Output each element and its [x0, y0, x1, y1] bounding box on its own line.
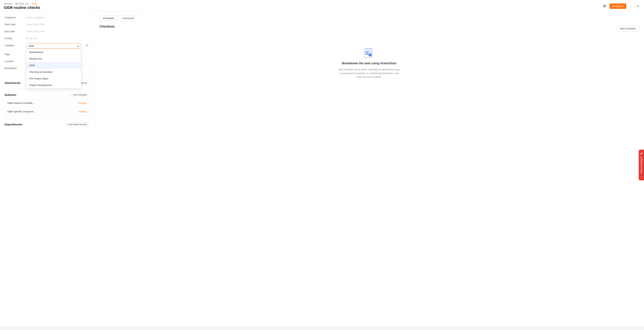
breadcrumb-sep1: › — [14, 2, 14, 5]
svg-rect-10 — [365, 52, 368, 53]
svg-rect-9 — [365, 51, 370, 52]
attachments-title: Attachments — [4, 82, 20, 84]
breadcrumb-current[interactable]: Task — [32, 2, 36, 5]
subtask-name-2: O&M Specific Compone... — [7, 110, 36, 113]
priority-icon: ⚑ — [26, 37, 28, 40]
empty-state: Breakdown the task using #checklists Add… — [100, 47, 639, 79]
field-category: Category O&M ▲ Maintenance Module Hot O&… — [4, 43, 90, 49]
svg-point-2 — [631, 5, 631, 5]
tabs-bar: Checklists Comments — [100, 15, 639, 21]
field-due-date: Due Date Select Due Date — [4, 29, 90, 33]
checklists-section-title: Checklists — [100, 25, 114, 28]
breadcrumb-parent[interactable]: B3_R15_T3 — [15, 2, 28, 5]
subtask-list: O&M General Checklis... Pending O&M Spec… — [4, 100, 90, 115]
close-button[interactable] — [636, 4, 640, 8]
subtasks-header: Subtasks + Add Subtasks — [4, 92, 90, 97]
tab-comments[interactable]: Comments — [118, 15, 138, 21]
subtask-status-1: Pending — [78, 102, 87, 104]
add-dependencies-button[interactable]: + Add Dependencies — [64, 122, 90, 127]
svg-point-4 — [631, 7, 631, 7]
subtask-name-1: O&M General Checklis... — [7, 102, 34, 104]
start-date-label: Start Date — [4, 22, 24, 26]
divider-2 — [4, 89, 90, 89]
dropdown-item-planning[interactable]: Planning & Execution — [26, 69, 81, 75]
assignees-value[interactable]: Select assignees — [26, 15, 90, 19]
field-assignees: Assignees Select assignees — [4, 15, 90, 19]
tags-label: Tags — [4, 52, 24, 56]
subtask-item-2[interactable]: O&M Specific Compone... Pending — [4, 108, 90, 115]
dropdown-item-module-hot[interactable]: Module Hot — [26, 56, 81, 62]
left-panel: Assignees Select assignees Start Date Se… — [0, 12, 94, 326]
main-layout: Assignees Select assignees Start Date Se… — [0, 12, 644, 326]
field-start-date: Start Date Select Start Date — [4, 22, 90, 26]
add-subtasks-button[interactable]: + Add Subtasks — [69, 92, 90, 97]
empty-icon — [364, 47, 375, 59]
status-label: Pending — [612, 5, 621, 8]
more-button[interactable] — [628, 4, 634, 8]
svg-point-3 — [631, 6, 631, 6]
add-subtasks-label: + Add Subtasks — [71, 94, 87, 96]
tab-checklists[interactable]: Checklists — [100, 15, 118, 21]
category-value: O&M — [28, 44, 34, 47]
dropdown-item-oam[interactable]: O&M — [26, 62, 81, 69]
subtask-status-2: Pending — [78, 110, 87, 113]
assignees-label: Assignees — [4, 15, 24, 19]
new-checklist-button[interactable]: New Checklist — [617, 26, 639, 32]
feedback-dots: ⋯ — [640, 175, 643, 178]
svg-rect-11 — [365, 54, 369, 54]
subtasks-title: Subtasks — [4, 93, 16, 96]
description-label: Description — [4, 66, 24, 70]
add-dependencies-label: + Add Dependencies — [66, 123, 87, 126]
status-chevron: ▾ — [622, 5, 624, 8]
category-chevron-icon: ▲ — [77, 45, 79, 47]
empty-desc: Add checklists items either manually or … — [337, 68, 401, 79]
page-title: O&M routine checks — [4, 6, 40, 10]
view-button[interactable] — [602, 4, 607, 9]
category-select[interactable]: O&M ▲ — [26, 43, 81, 49]
dropdown-item-project-dev[interactable]: Project Development — [26, 82, 81, 88]
header-actions: Pending ▾ — [602, 4, 640, 9]
empty-title: Breakdown the task using #checklists — [342, 62, 396, 65]
dependencies-section: Dependencies + Add Dependencies — [4, 122, 90, 127]
right-panel: Checklists Comments Checklists New Check… — [94, 12, 644, 326]
location-label: Location — [4, 59, 24, 62]
category-label: Category — [4, 43, 24, 47]
breadcrumb-sep2: › — [30, 2, 30, 5]
subtasks-section: Subtasks + Add Subtasks O&M General Chec… — [4, 92, 90, 115]
priority-label: Priority — [4, 36, 24, 40]
feedback-label: Share feedback — [640, 156, 643, 174]
priority-text: Not set — [30, 37, 38, 40]
dependencies-title: Dependencies — [4, 123, 22, 126]
category-delete-button[interactable] — [84, 43, 90, 48]
priority-value[interactable]: ⚑ Not set — [26, 36, 90, 40]
svg-point-0 — [603, 5, 606, 7]
start-date-value[interactable]: Select Start Date — [26, 22, 90, 26]
field-priority: Priority ⚑ Not set — [4, 36, 90, 40]
due-date-value[interactable]: Select Due Date — [26, 29, 90, 33]
category-dropdown: Maintenance Module Hot O&M Planning & Ex… — [26, 49, 81, 89]
svg-point-1 — [604, 6, 605, 6]
status-button[interactable]: Pending ▾ — [610, 4, 626, 9]
subtask-item[interactable]: O&M General Checklis... Pending — [4, 100, 90, 106]
breadcrumb: Horizon › B3_R15_T3 › Task — [4, 2, 40, 5]
feedback-sidebar[interactable]: Share feedback ⋯ — [639, 150, 644, 180]
dropdown-item-maintenance[interactable]: Maintenance — [26, 49, 81, 56]
top-header: Horizon › B3_R15_T3 › Task O&M routine c… — [0, 0, 644, 12]
breadcrumb-project[interactable]: Horizon — [4, 2, 12, 5]
dropdown-item-pre-project[interactable]: Pre Project Steps — [26, 75, 81, 82]
svg-rect-8 — [364, 49, 372, 58]
due-date-label: Due Date — [4, 29, 24, 33]
dependencies-header: Dependencies + Add Dependencies — [4, 122, 90, 127]
category-wrapper: O&M ▲ Maintenance Module Hot O&M Plannin… — [26, 43, 81, 49]
